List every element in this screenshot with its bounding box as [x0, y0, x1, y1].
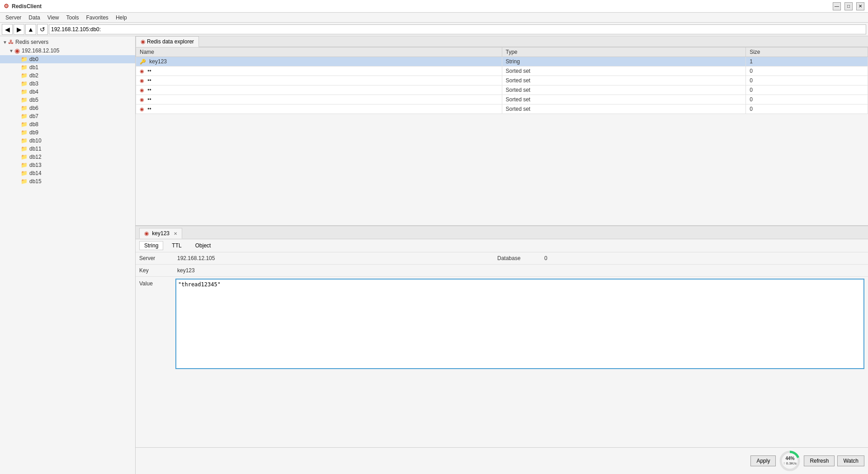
gauge-text: 44% ↑ 0.3K/s: [783, 456, 797, 466]
gauge: 44% ↑ 0.3K/s: [778, 450, 801, 472]
tree-db-db14[interactable]: 📁 db14: [0, 169, 135, 177]
row-icon: ◉: [140, 87, 144, 93]
cell-name: ◉ ••: [136, 95, 502, 104]
tree-db-db9[interactable]: 📁 db9: [0, 128, 135, 137]
key-field-label: Key: [139, 267, 175, 274]
title-bar: ⚙ RedisClient — □ ✕: [0, 0, 868, 13]
forward-button[interactable]: ▶: [14, 24, 24, 35]
editor-sub-tabs: String TTL Object: [136, 239, 868, 252]
folder-icon: 📁: [21, 154, 28, 160]
cell-size: 1: [746, 57, 868, 66]
cell-size: 0: [746, 104, 868, 114]
tree-db-db5[interactable]: 📁 db5: [0, 96, 135, 104]
address-bar[interactable]: [49, 24, 866, 34]
minimize-button[interactable]: —: [833, 2, 841, 10]
tree-db-db3[interactable]: 📁 db3: [0, 80, 135, 88]
tree-db-db1[interactable]: 📁 db1: [0, 63, 135, 71]
tree-db-db8[interactable]: 📁 db8: [0, 120, 135, 128]
cell-type: Sorted set: [502, 95, 746, 104]
db-label: db7: [29, 113, 38, 119]
cell-type: String: [502, 57, 746, 66]
tree-root[interactable]: ▼ 🖧 Redis servers: [0, 38, 135, 46]
db-label: db8: [29, 121, 38, 128]
row-icon: ◉: [140, 106, 144, 112]
tree-db-db0[interactable]: 📁 db0: [0, 55, 135, 63]
tree-db-db12[interactable]: 📁 db12: [0, 153, 135, 161]
menu-view[interactable]: View: [44, 14, 63, 22]
tree-db-db6[interactable]: 📁 db6: [0, 104, 135, 112]
refresh-button[interactable]: ↺: [37, 24, 48, 35]
table-row[interactable]: ◉ •• Sorted set 0: [136, 85, 868, 95]
tab-string[interactable]: String: [139, 241, 163, 250]
back-button[interactable]: ◀: [2, 24, 13, 35]
value-field-label: Value: [139, 279, 175, 287]
tree-db-db7[interactable]: 📁 db7: [0, 112, 135, 120]
db-label: db12: [29, 154, 42, 160]
table-row[interactable]: 🔑 key123 String 1: [136, 57, 868, 66]
table-row[interactable]: ◉ •• Sorted set 0: [136, 95, 868, 104]
server-row: Server 192.168.12.105 Database 0: [136, 252, 868, 265]
table-row[interactable]: ◉ •• Sorted set 0: [136, 66, 868, 76]
table-row[interactable]: ◉ •• Sorted set 0: [136, 104, 868, 114]
explorer-tab[interactable]: ◉ Redis data explorer: [136, 36, 199, 47]
tree-server[interactable]: ▼ ◉ 192.168.12.105: [0, 46, 135, 55]
gauge-percent: 44%: [783, 456, 797, 461]
cell-name: ◉ ••: [136, 104, 502, 114]
tab-close-icon[interactable]: ✕: [174, 231, 177, 236]
watch-button[interactable]: Watch: [837, 455, 864, 466]
db-label: db11: [29, 146, 42, 152]
window-controls: — □ ✕: [833, 2, 864, 10]
db-label: db10: [29, 137, 42, 144]
folder-icon: 📁: [21, 121, 28, 128]
menu-tools[interactable]: Tools: [63, 14, 83, 22]
cell-name: ◉ ••: [136, 85, 502, 95]
table-row[interactable]: ◉ •• Sorted set 0: [136, 76, 868, 85]
tab-ttl[interactable]: TTL: [167, 241, 186, 250]
explorer-tab-bar: ◉ Redis data explorer: [136, 36, 868, 47]
tree-db-db10[interactable]: 📁 db10: [0, 137, 135, 145]
value-row: Value: [136, 277, 868, 447]
folder-icon: 📁: [21, 64, 28, 71]
close-button[interactable]: ✕: [856, 2, 864, 10]
cell-type: Sorted set: [502, 85, 746, 95]
tree-db-db13[interactable]: 📁 db13: [0, 161, 135, 169]
row-icon: ◉: [140, 97, 144, 102]
row-icon: ◉: [140, 78, 144, 83]
menu-favorites[interactable]: Favorites: [83, 14, 112, 22]
editor-bottom-bar: Apply 44% ↑ 0.3K/s Refresh Watch: [136, 447, 868, 474]
editor-content: Server 192.168.12.105 Database 0 Key key…: [136, 252, 868, 474]
value-textarea[interactable]: [175, 279, 864, 369]
tree-db-db2[interactable]: 📁 db2: [0, 71, 135, 80]
db-label: db9: [29, 129, 38, 136]
maximize-button[interactable]: □: [844, 2, 853, 10]
db-label: db14: [29, 170, 42, 176]
tab-object[interactable]: Object: [190, 241, 216, 250]
menu-data[interactable]: Data: [25, 14, 43, 22]
app-title: RedisClient: [12, 3, 42, 9]
db-label: db4: [29, 89, 38, 95]
editor-tab-bar: ◉ key123 ✕: [136, 226, 868, 239]
db-label: db0: [29, 56, 38, 62]
folder-icon: 📁: [21, 162, 28, 168]
server-label: 192.168.12.105: [22, 47, 59, 54]
folder-icon: 📁: [21, 81, 28, 87]
folder-icon: 📁: [21, 105, 28, 111]
tree-db-db15[interactable]: 📁 db15: [0, 177, 135, 185]
editor-panel: ◉ key123 ✕ String TTL Object Server 192.…: [136, 226, 868, 474]
apply-button[interactable]: Apply: [750, 455, 776, 466]
folder-icon: 📁: [21, 56, 28, 62]
menu-help[interactable]: Help: [112, 14, 131, 22]
row-icon: 🔑: [140, 59, 146, 64]
folder-icon: 📁: [21, 137, 28, 144]
tree-db-db4[interactable]: 📁 db4: [0, 88, 135, 96]
menu-server[interactable]: Server: [2, 14, 25, 22]
database-field-value: 0: [542, 254, 864, 262]
refresh-button-bottom[interactable]: Refresh: [804, 455, 835, 466]
key-row: Key key123: [136, 265, 868, 277]
up-button[interactable]: ▲: [25, 24, 36, 35]
main-container: ▼ 🖧 Redis servers ▼ ◉ 192.168.12.105 📁 d…: [0, 36, 868, 474]
editor-key-tab[interactable]: ◉ key123 ✕: [139, 228, 182, 239]
folder-icon: 📁: [21, 113, 28, 119]
gauge-subtitle: ↑ 0.3K/s: [783, 461, 797, 466]
tree-db-db11[interactable]: 📁 db11: [0, 145, 135, 153]
